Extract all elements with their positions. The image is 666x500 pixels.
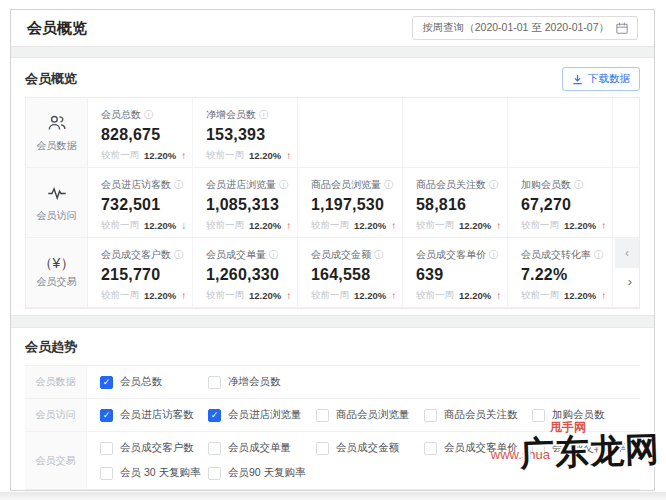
metric-value: 164,558 bbox=[311, 266, 398, 284]
info-icon[interactable]: ⓘ bbox=[374, 249, 384, 262]
checkbox-checked[interactable]: ✓ bbox=[208, 409, 221, 422]
compare-label: 较前一周 bbox=[206, 149, 244, 162]
info-icon[interactable]: ⓘ bbox=[279, 179, 289, 192]
checkbox-store-pageviews[interactable]: ✓ 会员进店浏览量 bbox=[208, 408, 316, 422]
checkbox-unchecked[interactable] bbox=[532, 409, 545, 422]
checkbox-unchecked[interactable] bbox=[208, 376, 221, 389]
trend-section-title: 会员趋势 bbox=[25, 338, 77, 356]
metric-card-member-total: 会员总数ⓘ 828,675 较前一周12.20%↑ bbox=[88, 98, 193, 167]
metric-title: 商品会员浏览量 bbox=[311, 178, 381, 192]
trend-group-label: 会员交易 bbox=[25, 432, 87, 489]
checkbox-unchecked[interactable] bbox=[208, 442, 221, 455]
up-arrow-icon: ↑ bbox=[496, 290, 501, 301]
metric-card-cart-members: 加购会员数ⓘ 67,270 较前一周12.20%↑ bbox=[508, 168, 613, 237]
info-icon[interactable]: ⓘ bbox=[489, 179, 499, 192]
checkbox-member-net-increase[interactable]: 净增会员数 bbox=[208, 375, 316, 389]
checkbox-store-visitors[interactable]: ✓ 会员进店访客数 bbox=[100, 408, 208, 422]
date-range-picker[interactable]: 按周查询（2020-01-01 至 2020-01-07） bbox=[412, 16, 638, 40]
metric-value: 1,085,313 bbox=[206, 196, 293, 214]
compare-value: 12.20% bbox=[249, 290, 281, 301]
info-icon[interactable]: ⓘ bbox=[384, 179, 394, 192]
metric-title: 会员成交金额 bbox=[311, 248, 371, 262]
metric-title: 会员成交客户数 bbox=[101, 248, 171, 262]
download-data-button[interactable]: 下载数据 bbox=[562, 67, 640, 91]
trend-group-label: 会员访问 bbox=[25, 399, 87, 431]
group-cell-member-data: 会员数据 bbox=[26, 98, 88, 167]
metric-title: 会员进店访客数 bbox=[101, 178, 171, 192]
checkbox-deal-avg-price[interactable]: 会员成交客单价 bbox=[424, 441, 532, 455]
checkbox-deal-amount[interactable]: 会员成交金额 bbox=[316, 441, 424, 455]
checkbox-repurchase-30d[interactable]: 会员 30 天复购率 bbox=[100, 466, 208, 480]
trend-metric-selector: 会员数据 ✓ 会员总数 净增会员数 会员访问 ✓ bbox=[25, 365, 640, 490]
checkbox-repurchase-90d[interactable]: 会员90 天复购率 bbox=[208, 466, 316, 480]
metric-value: 1,260,330 bbox=[206, 266, 293, 284]
checkbox-label: 会员成交客单价 bbox=[444, 441, 518, 455]
empty-metric-cell bbox=[508, 98, 613, 167]
checkbox-unchecked[interactable] bbox=[316, 442, 329, 455]
download-button-label: 下载数据 bbox=[588, 72, 630, 86]
carousel-prev-button[interactable]: ‹ bbox=[615, 238, 639, 268]
date-range-label: 按周查询（2020-01-01 至 2020-01-07） bbox=[422, 21, 609, 35]
info-icon[interactable]: ⓘ bbox=[574, 179, 584, 192]
checkbox-checked[interactable]: ✓ bbox=[100, 409, 113, 422]
checkbox-checked[interactable]: ✓ bbox=[100, 376, 113, 389]
carousel-next-button[interactable]: › bbox=[628, 274, 632, 289]
up-arrow-icon: ↑ bbox=[601, 220, 606, 231]
checkbox-label: 会员90 天复购率 bbox=[228, 466, 306, 480]
checkbox-product-pageviews[interactable]: 商品会员浏览量 bbox=[316, 408, 424, 422]
metric-card-product-pageviews: 商品会员浏览量ⓘ 1,197,530 较前一周12.20%↑ bbox=[298, 168, 403, 237]
window-bottom-edge bbox=[0, 492, 666, 500]
group-cell-member-visits: 会员访问 bbox=[26, 168, 88, 237]
checkbox-unchecked[interactable] bbox=[424, 442, 437, 455]
trend-group-label: 会员数据 bbox=[25, 366, 87, 398]
metric-value: 58,816 bbox=[416, 196, 503, 214]
checkbox-deal-orders[interactable]: 会员成交单量 bbox=[208, 441, 316, 455]
checkbox-deal-conversion[interactable]: 会员成交转化率 bbox=[532, 441, 640, 455]
down-arrow-icon: ↓ bbox=[181, 220, 186, 231]
checkbox-unchecked[interactable] bbox=[424, 409, 437, 422]
compare-label: 较前一周 bbox=[311, 289, 349, 302]
info-icon[interactable]: ⓘ bbox=[174, 179, 184, 192]
metric-card-deal-amount: 会员成交金额ⓘ 164,558 较前一周12.20%↑ bbox=[298, 238, 403, 307]
checkbox-product-follows[interactable]: 商品会员关注数 bbox=[424, 408, 532, 422]
checkbox-deal-customers[interactable]: 会员成交客户数 bbox=[100, 441, 208, 455]
checkbox-unchecked[interactable] bbox=[532, 442, 545, 455]
info-icon[interactable]: ⓘ bbox=[489, 249, 499, 262]
trend-section: 会员趋势 会员数据 ✓ 会员总数 净增会员数 会员访问 bbox=[11, 328, 654, 500]
metric-card-store-visitors: 会员进店访客数ⓘ 732,501 较前一周12.20%↓ bbox=[88, 168, 193, 237]
calendar-icon bbox=[616, 22, 628, 34]
compare-label: 较前一周 bbox=[206, 289, 244, 302]
checkbox-cart-members[interactable]: 加购会员数 bbox=[532, 408, 640, 422]
info-icon[interactable]: ⓘ bbox=[174, 249, 184, 262]
info-icon[interactable]: ⓘ bbox=[259, 109, 269, 122]
info-icon[interactable]: ⓘ bbox=[594, 249, 604, 262]
up-arrow-icon: ↑ bbox=[286, 290, 291, 301]
overview-row-member-transactions: （¥） 会员交易 会员成交客户数ⓘ 215,770 较前一周12.20%↑ 会员… bbox=[26, 238, 639, 308]
metric-card-deal-orders: 会员成交单量ⓘ 1,260,330 较前一周12.20%↑ bbox=[193, 238, 298, 307]
group-cell-member-transactions: （¥） 会员交易 bbox=[26, 238, 88, 307]
member-overview-window: 会员概览 按周查询（2020-01-01 至 2020-01-07） 会员概览 … bbox=[10, 9, 655, 491]
pulse-icon bbox=[46, 182, 68, 204]
section-divider-band bbox=[11, 46, 654, 58]
group-label: 会员访问 bbox=[37, 209, 77, 223]
info-icon[interactable]: ⓘ bbox=[144, 109, 154, 122]
overview-row-member-data: 会员数据 会员总数ⓘ 828,675 较前一周12.20%↑ 净增会员数ⓘ 15… bbox=[26, 98, 639, 168]
info-icon[interactable]: ⓘ bbox=[269, 249, 279, 262]
metric-title: 会员成交客单价 bbox=[416, 248, 486, 262]
compare-label: 较前一周 bbox=[311, 219, 349, 232]
checkbox-member-total[interactable]: ✓ 会员总数 bbox=[100, 375, 208, 389]
up-arrow-icon: ↑ bbox=[496, 220, 501, 231]
compare-value: 12.20% bbox=[144, 290, 176, 301]
metric-card-deal-avg-price: 会员成交客单价ⓘ 639 较前一周12.20%↑ bbox=[403, 238, 508, 307]
checkbox-label: 会员成交转化率 bbox=[552, 441, 626, 455]
compare-label: 较前一周 bbox=[416, 219, 454, 232]
empty-nav-cell bbox=[613, 168, 639, 237]
checkbox-unchecked[interactable] bbox=[100, 442, 113, 455]
metric-title: 会员成交转化率 bbox=[521, 248, 591, 262]
compare-label: 较前一周 bbox=[521, 289, 559, 302]
metric-card-store-pageviews: 会员进店浏览量ⓘ 1,085,313 较前一周12.20%↑ bbox=[193, 168, 298, 237]
up-arrow-icon: ↑ bbox=[181, 150, 186, 161]
checkbox-unchecked[interactable] bbox=[100, 467, 113, 480]
checkbox-unchecked[interactable] bbox=[208, 467, 221, 480]
checkbox-unchecked[interactable] bbox=[316, 409, 329, 422]
